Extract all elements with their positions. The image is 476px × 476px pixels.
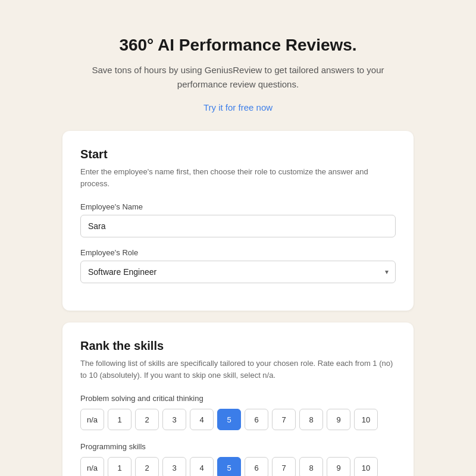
rank-skills-card: Rank the skills The following list of sk… xyxy=(62,322,414,476)
rating-btn-2[interactable]: 2 xyxy=(135,457,159,476)
role-field-group: Employee's Role Software Engineer Produc… xyxy=(80,248,396,283)
rating-btn-3[interactable]: 3 xyxy=(162,409,186,430)
employee-role-select[interactable]: Software Engineer Product Manager Design… xyxy=(80,261,396,283)
try-free-link[interactable]: Try it for free now xyxy=(203,102,273,112)
rank-description: The following list of skills are specifi… xyxy=(80,358,396,381)
rating-btn-8[interactable]: 8 xyxy=(299,457,323,476)
rating-btn-na[interactable]: n/a xyxy=(80,409,104,430)
rating-btn-5[interactable]: 5 xyxy=(217,457,241,476)
name-label: Employee's Name xyxy=(80,202,396,211)
skill-group-1: Problem solving and critical thinking n/… xyxy=(80,394,396,430)
rating-btn-2[interactable]: 2 xyxy=(135,409,159,430)
name-field-group: Employee's Name xyxy=(80,202,396,237)
skill-label-1: Problem solving and critical thinking xyxy=(80,394,396,403)
rating-btn-4[interactable]: 4 xyxy=(190,457,214,476)
start-card: Start Enter the employee's name first, t… xyxy=(62,131,414,311)
rating-row-1: n/a 1 2 3 4 5 6 7 8 9 10 xyxy=(80,409,396,430)
role-label: Employee's Role xyxy=(80,248,396,257)
rating-btn-10[interactable]: 10 xyxy=(354,409,378,430)
start-card-title: Start xyxy=(80,148,396,161)
hero-description: Save tons of hours by using GeniusReview… xyxy=(77,63,399,92)
role-select-wrapper: Software Engineer Product Manager Design… xyxy=(80,261,396,283)
hero-title: 360° AI Performance Reviews. xyxy=(77,36,399,55)
rating-btn-4[interactable]: 4 xyxy=(190,409,214,430)
skill-group-2: Programming skills n/a 1 2 3 4 5 6 7 8 9… xyxy=(80,442,396,476)
start-card-description: Enter the employee's name first, then ch… xyxy=(80,166,396,189)
rating-btn-7[interactable]: 7 xyxy=(272,409,296,430)
rank-title: Rank the skills xyxy=(80,339,396,353)
rating-btn-na[interactable]: n/a xyxy=(80,457,104,476)
rating-row-2: n/a 1 2 3 4 5 6 7 8 9 10 xyxy=(80,457,396,476)
rating-btn-1[interactable]: 1 xyxy=(108,457,131,476)
employee-name-input[interactable] xyxy=(80,215,396,237)
hero-section: 360° AI Performance Reviews. Save tons o… xyxy=(77,36,399,113)
rating-btn-8[interactable]: 8 xyxy=(299,409,323,430)
rating-btn-9[interactable]: 9 xyxy=(327,457,350,476)
rating-btn-3[interactable]: 3 xyxy=(162,457,186,476)
rating-btn-7[interactable]: 7 xyxy=(272,457,296,476)
rating-btn-9[interactable]: 9 xyxy=(327,409,350,430)
rating-btn-1[interactable]: 1 xyxy=(108,409,131,430)
skill-label-2: Programming skills xyxy=(80,442,396,451)
rating-btn-10[interactable]: 10 xyxy=(354,457,378,476)
rating-btn-6[interactable]: 6 xyxy=(245,409,268,430)
rating-btn-5[interactable]: 5 xyxy=(217,409,241,430)
rating-btn-6[interactable]: 6 xyxy=(245,457,268,476)
